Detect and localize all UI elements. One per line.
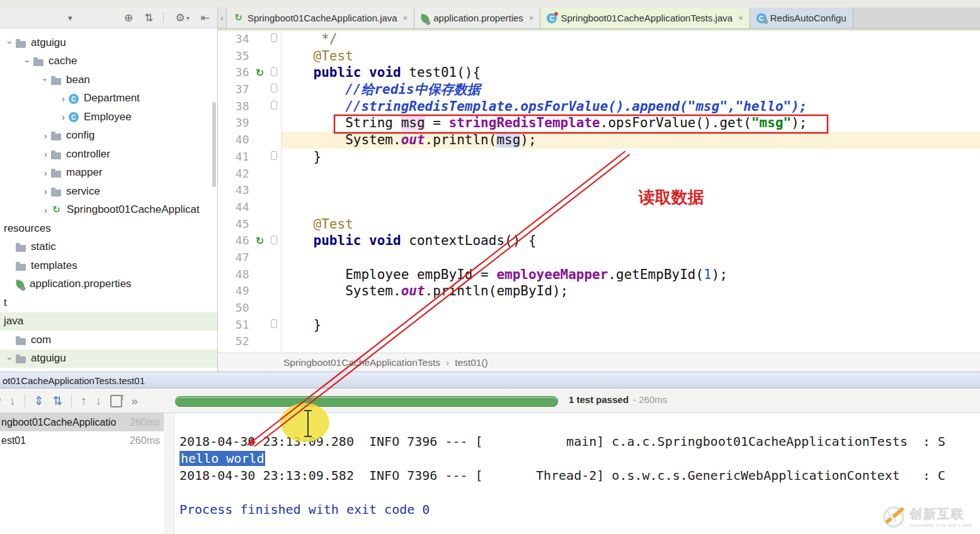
fold-icon[interactable] (267, 236, 281, 247)
tabs-scroll-left-icon[interactable]: ‹ (218, 8, 227, 28)
code-line-37[interactable]: 37 //给redis中保存数据 (218, 81, 980, 98)
hide-panel-icon[interactable]: ⇤ (201, 11, 210, 25)
gutter: 44 (218, 199, 282, 216)
selected-text[interactable]: hello world (179, 451, 265, 466)
console-output[interactable]: 2018-04-30 23:13:09.280 INFO 7396 --- [ … (174, 413, 980, 534)
tree-scrollbar[interactable] (212, 102, 216, 187)
breadcrumb-method[interactable]: test01() (455, 357, 488, 368)
fold-icon[interactable] (267, 67, 281, 79)
export-test-results-icon[interactable] (110, 395, 122, 407)
code-line-39[interactable]: 39 String msg = stringRedisTemplate.opsF… (218, 115, 980, 132)
breadcrumb-class[interactable]: Springboot01CacheApplicationTests (283, 357, 440, 368)
tree-item-Springboot01CacheApplicat[interactable]: ›Springboot01CacheApplicat (0, 201, 217, 220)
collapse-all-icon[interactable]: ⇅ (144, 11, 153, 25)
chevron-icon[interactable]: › (23, 56, 33, 67)
tree-item-controller[interactable]: ›controller (0, 145, 217, 164)
tree-item-templates[interactable]: templates (0, 256, 217, 275)
run-test-icon[interactable]: ↻ (252, 236, 267, 246)
tab-Springboot01CacheApplicationTests.java[interactable]: Springboot01CacheApplicationTests.java× (540, 8, 749, 28)
previous-icon[interactable]: ↑ (81, 394, 87, 408)
close-icon[interactable]: × (738, 13, 743, 23)
code-line-52[interactable]: 52 (218, 333, 980, 350)
code-line-35[interactable]: 35 @Test (218, 48, 980, 65)
tab-title: Springboot01CacheApplicationTests.java (561, 13, 732, 23)
tree-item-atguigu[interactable]: ›atguigu (0, 349, 217, 368)
fold-icon[interactable] (267, 319, 281, 331)
chevron-icon[interactable]: › (40, 149, 51, 159)
tree-item-t[interactable]: t (0, 293, 217, 312)
chevron-icon[interactable]: › (40, 186, 51, 196)
class-lock-icon (756, 13, 766, 23)
tab-application.properties[interactable]: application.properties× (414, 8, 540, 28)
tree-item-resources[interactable]: resources (0, 219, 217, 238)
code-line-36[interactable]: 36↻ public void test01(){ (218, 64, 980, 81)
chevron-icon[interactable]: › (58, 93, 69, 104)
code-line-44[interactable]: 44 (218, 199, 980, 216)
sort-alpha-icon[interactable]: az (0, 396, 1, 406)
tree-item-application.properties[interactable]: application.properties (0, 275, 217, 294)
code-line-42[interactable]: 42 (218, 166, 980, 183)
token: void (369, 233, 401, 248)
code-text: Employee empById = employeeMapper.getEmp… (282, 266, 980, 283)
fold-icon[interactable] (267, 84, 281, 95)
sort-by-duration-icon[interactable]: ↓ (9, 394, 16, 408)
console-line: Process finished with exit code 0 (179, 501, 980, 518)
code-editor[interactable]: 34 */35 @Test36↻ public void test01(){37… (218, 31, 980, 353)
fold-icon[interactable] (267, 101, 281, 112)
run-test-icon[interactable]: ↻ (252, 68, 267, 78)
chevron-icon[interactable]: › (40, 74, 51, 85)
token: */ (282, 31, 338, 47)
chevron-icon[interactable]: › (5, 353, 16, 364)
project-view-dropdown[interactable]: ▾ (68, 13, 72, 23)
fold-icon[interactable] (267, 33, 281, 45)
code-line-47[interactable]: 47 (218, 249, 980, 266)
token: } (282, 317, 321, 332)
code-line-41[interactable]: 41 } (218, 149, 980, 166)
chevron-icon[interactable]: › (40, 168, 51, 178)
folder-icon (51, 171, 61, 178)
tab-Springboot01CacheApplication.java[interactable]: Springboot01CacheApplication.java× (227, 8, 414, 28)
code-line-38[interactable]: 38 //stringRedisTemplate.opsForValue().a… (218, 98, 980, 115)
tree-item-bean[interactable]: ›bean (0, 71, 217, 89)
close-icon[interactable]: × (403, 13, 408, 23)
code-text: public void contextLoads() { (282, 232, 980, 249)
settings-icon[interactable]: ⚙ (175, 11, 185, 25)
collapse-all-icon[interactable]: ⇅ (52, 394, 62, 408)
tree-item-java[interactable]: java (0, 312, 217, 331)
code-line-40[interactable]: 40 System.out.println(msg); (218, 132, 980, 149)
chevron-icon[interactable]: › (58, 111, 69, 122)
code-line-45[interactable]: 45 @Test (218, 216, 980, 233)
tab-RedisAutoConfigu[interactable]: RedisAutoConfigu (750, 8, 853, 28)
code-line-46[interactable]: 46↻ public void contextLoads() { (218, 232, 980, 249)
run-content: ngboot01CacheApplicatio260msest01260ms 2… (0, 413, 980, 534)
tree-item-atguigu[interactable]: ›atguigu (0, 33, 217, 52)
fold-icon[interactable] (267, 151, 281, 162)
code-line-48[interactable]: 48 Employee empById = employeeMapper.get… (218, 266, 980, 283)
tree-item-config[interactable]: ›config (0, 127, 217, 145)
chevron-icon[interactable]: › (40, 205, 51, 215)
tree-item-Employee[interactable]: ›Employee (0, 108, 217, 127)
more-icon[interactable]: » (131, 394, 138, 408)
expand-all-icon[interactable]: ⇕ (34, 394, 44, 408)
locate-icon[interactable]: ⊕ (124, 11, 133, 25)
next-icon[interactable]: ↓ (96, 394, 102, 408)
tree-item-com[interactable]: com (0, 331, 217, 349)
code-line-51[interactable]: 51 } (218, 317, 980, 334)
folder-icon (16, 41, 26, 48)
test-result-row[interactable]: ngboot01CacheApplicatio260ms (0, 413, 164, 431)
code-line-50[interactable]: 50 (218, 300, 980, 317)
code-line-43[interactable]: 43 (218, 182, 980, 199)
tree-item-static[interactable]: static (0, 238, 217, 257)
tree-item-Department[interactable]: ›Department (0, 89, 217, 108)
tree-item-cache[interactable]: ›cache (0, 52, 217, 71)
line-number: 41 (218, 149, 252, 166)
code-line-49[interactable]: 49 System.out.println(empById); (218, 283, 980, 300)
test-result-row[interactable]: est01260ms (0, 431, 164, 450)
chevron-icon[interactable]: › (5, 37, 16, 48)
close-icon[interactable]: × (529, 13, 534, 23)
chevron-icon[interactable]: › (40, 130, 51, 141)
tree-item-mapper[interactable]: ›mapper (0, 164, 217, 183)
code-line-34[interactable]: 34 */ (218, 31, 980, 48)
tree-item-service[interactable]: ›service (0, 182, 217, 201)
folder-icon (16, 338, 26, 345)
